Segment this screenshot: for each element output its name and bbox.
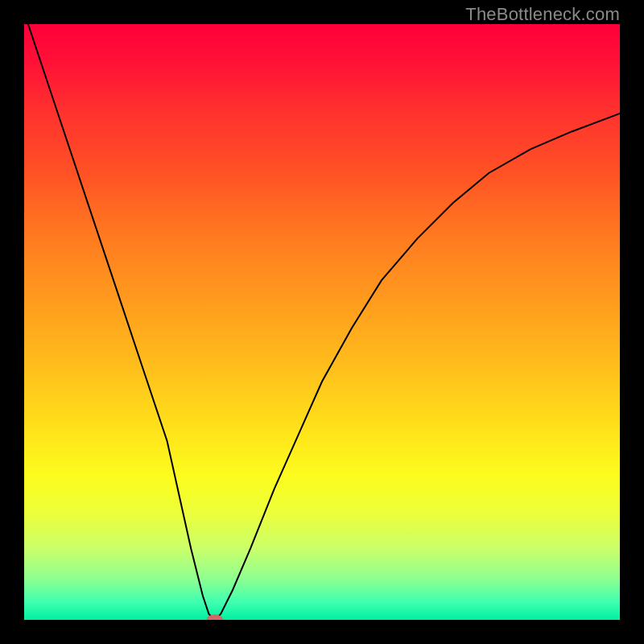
bottleneck-curve xyxy=(24,24,620,620)
watermark-text: TheBottleneck.com xyxy=(465,4,620,25)
minimum-marker xyxy=(206,614,223,620)
plot-area xyxy=(24,24,620,620)
chart-frame: TheBottleneck.com xyxy=(0,0,644,644)
curve-path xyxy=(24,24,620,620)
